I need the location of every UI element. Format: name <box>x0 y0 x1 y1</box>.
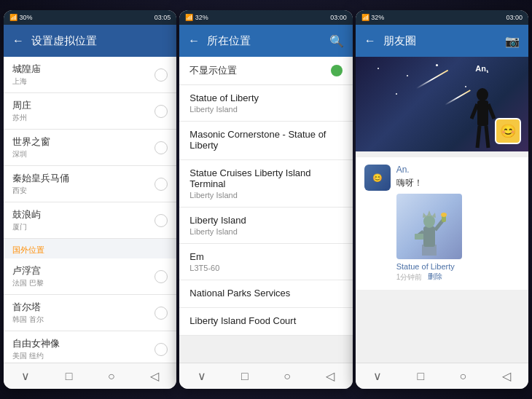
list-item-chenghuang[interactable]: 城隍庙 上海 <box>4 57 176 93</box>
location-item-1[interactable]: Masonic Cornerstone - Statue of Liberty <box>179 122 352 160</box>
status-bar-2: 📶 32% 03:00 <box>179 10 352 25</box>
nav-chevron-3[interactable]: ∨ <box>373 369 382 383</box>
phones-container: 📶 30% 03:05 ← 设置虚拟位置 城隍庙 上海 <box>0 0 532 399</box>
header-3: ← 朋友圈 📷 <box>356 25 528 57</box>
bottom-nav-1: ∨ □ ○ ◁ <box>4 363 176 389</box>
list-item-louvre[interactable]: 卢浮宫 法国 巴黎 <box>4 258 176 295</box>
status-signal-2: 📶 32% <box>185 14 208 21</box>
bottom-nav-2: ∨ □ ○ ◁ <box>179 363 352 389</box>
post-username: An. <box>396 165 520 175</box>
radio-1[interactable] <box>154 68 168 82</box>
post-meta: 1分钟前 删除 <box>396 271 520 283</box>
location-item-6[interactable]: Liberty Island Food Court <box>179 308 352 336</box>
svg-line-4 <box>477 126 480 148</box>
nav-back-1[interactable]: ◁ <box>150 369 159 383</box>
star-3 <box>436 64 438 66</box>
header-title-2: 所在位置 <box>207 34 251 48</box>
section-label-foreign: 国外位置 <box>4 239 176 258</box>
friend-content: 😊 An. 嗨呀！ <box>356 151 528 363</box>
svg-marker-10 <box>423 213 427 218</box>
radio-5[interactable] <box>154 214 168 227</box>
nav-circle-1[interactable]: ○ <box>108 370 115 383</box>
location-item-3[interactable]: Liberty Island Liberty Island <box>179 208 352 244</box>
bottom-nav-3: ∨ □ ○ ◁ <box>356 363 528 389</box>
nav-square-3[interactable]: □ <box>417 370 424 383</box>
location-item-2[interactable]: Statue Cruises Liberty Island Terminal L… <box>179 160 352 208</box>
green-dot-indicator <box>331 65 343 76</box>
back-button-2[interactable]: ← <box>188 34 200 47</box>
radio-3[interactable] <box>154 141 168 154</box>
screen3: 📶 32% 03:00 ← 朋友圈 📷 <box>356 10 528 389</box>
status-time-1: 03:05 <box>154 14 171 21</box>
radio-8[interactable] <box>154 343 168 356</box>
star-6 <box>396 93 397 95</box>
post-avatar: 😊 <box>364 165 391 191</box>
radio-7[interactable] <box>154 307 168 320</box>
back-button-1[interactable]: ← <box>12 34 24 47</box>
nav-back-2[interactable]: ◁ <box>326 369 335 383</box>
post-time: 1分钟前 <box>396 272 423 283</box>
header-2: ← 所在位置 🔍 <box>179 25 352 57</box>
nav-circle-2[interactable]: ○ <box>283 370 291 383</box>
svg-line-3 <box>488 104 494 119</box>
nav-chevron-1[interactable]: ∨ <box>21 369 30 383</box>
list-item-gulangyu[interactable]: 鼓浪屿 厦门 <box>4 202 176 239</box>
camera-icon[interactable]: 📷 <box>505 34 520 48</box>
location-item-5[interactable]: National Parks Services <box>179 280 352 308</box>
list-item-zhouzhuang[interactable]: 周庄 苏州 <box>4 93 176 130</box>
liberty-statue-svg <box>407 197 451 256</box>
radio-2[interactable] <box>154 105 168 118</box>
location-list-1: 城隍庙 上海 周庄 苏州 世界之窗 深圳 <box>4 57 176 363</box>
location-item-4[interactable]: Em L3T5-60 <box>179 244 352 280</box>
phone-3: 📶 32% 03:00 ← 朋友圈 📷 <box>356 10 528 389</box>
friend-banner: 😊 An. <box>356 57 528 151</box>
screen1: 📶 30% 03:05 ← 设置虚拟位置 城隍庙 上海 <box>4 10 176 389</box>
svg-point-0 <box>477 88 488 101</box>
star-4 <box>465 86 466 87</box>
person-silhouette <box>470 86 496 151</box>
post-body: An. 嗨呀！ <box>396 165 520 283</box>
status-bar-3: 📶 32% 03:00 <box>356 10 528 25</box>
status-time-2: 03:00 <box>330 14 347 21</box>
radio-6[interactable] <box>154 270 168 283</box>
phone-2: 📶 32% 03:00 ← 所在位置 🔍 不显示位置 Statue of Lib… <box>179 10 352 389</box>
avatar-corner: 😊 <box>495 118 521 144</box>
screen2: 📶 32% 03:00 ← 所在位置 🔍 不显示位置 Statue of Lib… <box>179 10 352 389</box>
post-image <box>396 194 462 259</box>
svg-point-14 <box>441 213 447 217</box>
svg-marker-9 <box>427 210 431 216</box>
post-delete-button[interactable]: 删除 <box>428 272 442 282</box>
post-location: Statue of Liberty <box>396 262 520 271</box>
status-signal-3: 📶 32% <box>361 14 385 21</box>
phone-1: 📶 30% 03:05 ← 设置虚拟位置 城隍庙 上海 <box>4 10 176 389</box>
status-time-3: 03:00 <box>506 14 523 21</box>
nav-circle-3[interactable]: ○ <box>460 370 467 383</box>
list-item-seoul-tower[interactable]: 首尔塔 韩国 首尔 <box>4 295 176 331</box>
header-title-3: 朋友圈 <box>383 34 416 48</box>
radio-4[interactable] <box>154 178 168 191</box>
friend-post: 😊 An. 嗨呀！ <box>356 157 528 290</box>
svg-rect-16 <box>415 234 423 240</box>
star-1 <box>378 68 379 69</box>
search-icon[interactable]: 🔍 <box>329 34 344 48</box>
nav-square-2[interactable]: □ <box>241 370 249 383</box>
no-show-row[interactable]: 不显示位置 <box>179 57 352 85</box>
svg-marker-11 <box>431 213 436 218</box>
list-item-terracotta[interactable]: 秦始皇兵马俑 西安 <box>4 166 176 202</box>
header-1: ← 设置虚拟位置 <box>4 25 176 57</box>
shooting-star-2 <box>445 90 471 106</box>
svg-rect-7 <box>423 226 435 247</box>
post-header: 😊 An. 嗨呀！ <box>364 165 520 283</box>
status-bar-1: 📶 30% 03:05 <box>4 10 176 25</box>
content-spacer <box>356 151 528 157</box>
back-button-3[interactable]: ← <box>364 34 376 47</box>
nav-back-3[interactable]: ◁ <box>502 369 511 383</box>
location-item-0[interactable]: Statue of Liberty Liberty Island <box>179 85 352 122</box>
svg-line-2 <box>472 104 477 119</box>
nav-square-1[interactable]: □ <box>66 370 73 383</box>
list-item-window-world[interactable]: 世界之窗 深圳 <box>4 130 176 166</box>
star-2 <box>407 75 408 76</box>
shooting-star-1 <box>416 70 448 90</box>
list-item-liberty[interactable]: 自由女神像 美国 纽约 <box>4 331 176 363</box>
nav-chevron-2[interactable]: ∨ <box>197 369 206 383</box>
